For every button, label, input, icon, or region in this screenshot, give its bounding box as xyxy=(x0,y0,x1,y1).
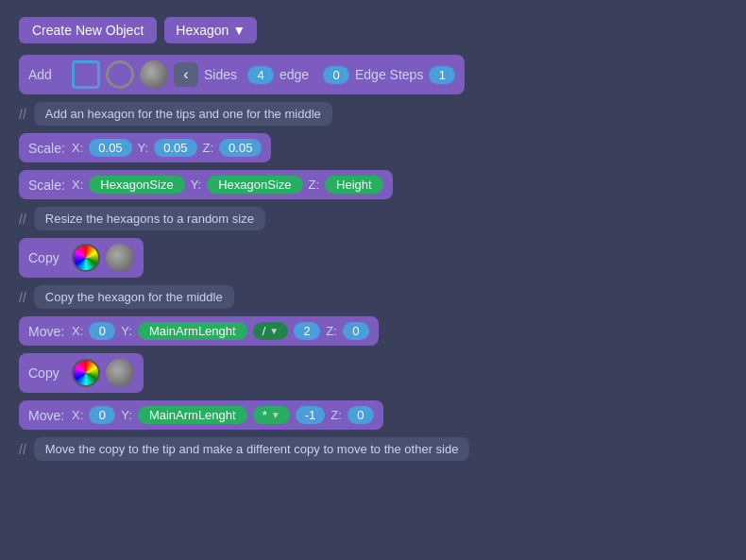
gray-circle-icon-2[interactable] xyxy=(106,359,134,387)
chevron-op-2: ▼ xyxy=(271,410,280,420)
move2-y-var[interactable]: MainArmLenght xyxy=(138,406,247,424)
move1-block: Move: X: 0 Y: MainArmLenght / ▼ 2 Z: 0 xyxy=(19,316,379,346)
comment-marker-4: // xyxy=(19,442,26,457)
edge-label: edge xyxy=(280,67,317,82)
move1-y-label: Y: xyxy=(121,324,132,338)
scale1-x-value[interactable]: 0.05 xyxy=(89,139,131,157)
move2-row: Move: X: 0 Y: MainArmLenght * ▼ -1 Z: 0 xyxy=(19,400,727,430)
move1-label: Move: xyxy=(28,324,66,339)
scale2-label: Scale: xyxy=(28,178,66,193)
move2-block: Move: X: 0 Y: MainArmLenght * ▼ -1 Z: 0 xyxy=(19,400,383,430)
copy1-label: Copy xyxy=(28,250,66,265)
move1-z-value[interactable]: 0 xyxy=(343,322,369,340)
shape-dropdown-button[interactable]: Hexagon ▼ xyxy=(164,17,257,43)
move1-div-op[interactable]: / ▼ xyxy=(253,322,289,340)
prev-shape-button[interactable]: ‹ xyxy=(174,62,198,87)
rainbow-icon-2[interactable] xyxy=(72,359,100,387)
move1-z-label: Z: xyxy=(326,324,337,338)
copy2-label: Copy xyxy=(28,365,66,381)
sphere-shape-icon[interactable] xyxy=(140,60,168,89)
scale1-y-value[interactable]: 0.05 xyxy=(154,139,196,157)
square-shape-icon[interactable] xyxy=(72,60,100,89)
comment-1: // Add an hexagon for the tips and one f… xyxy=(19,102,727,126)
copy1-block: Copy xyxy=(19,238,144,278)
shape-label: Hexagon xyxy=(176,23,229,38)
scale2-x-value[interactable]: HexagonSize xyxy=(89,176,184,194)
move1-div-value[interactable]: 2 xyxy=(294,322,320,340)
scale2-z-label: Z: xyxy=(309,178,320,192)
scale1-y-label: Y: xyxy=(138,141,149,155)
move1-row: Move: X: 0 Y: MainArmLenght / ▼ 2 Z: 0 xyxy=(19,316,727,346)
move2-z-value[interactable]: 0 xyxy=(348,406,374,424)
comment-2: // Resize the hexagons to a random size xyxy=(19,207,727,230)
scale2-block: Scale: X: HexagonSize Y: HexagonSize Z: … xyxy=(19,170,393,199)
circle-shape-icon[interactable] xyxy=(106,60,134,89)
move2-y-label: Y: xyxy=(121,408,132,422)
scale1-x-label: X: xyxy=(72,141,83,155)
copy1-row: Copy xyxy=(19,238,727,278)
copy2-block: Copy xyxy=(19,353,144,393)
comment-bubble-4: Move the copy to the tip and make a diff… xyxy=(34,437,470,461)
move2-x-value[interactable]: 0 xyxy=(89,406,115,424)
scale2-x-label: X: xyxy=(72,178,83,192)
add-label: Add xyxy=(28,67,66,82)
comment-3: // Copy the hexagon for the middle xyxy=(19,285,727,309)
top-bar: Create New Object Hexagon ▼ xyxy=(19,17,727,43)
scale2-z-value[interactable]: Height xyxy=(325,176,383,194)
edge-value[interactable]: 0 xyxy=(323,66,349,84)
move2-z-label: Z: xyxy=(331,408,342,422)
comment-bubble-3: Copy the hexagon for the middle xyxy=(34,285,234,309)
scale1-row: Scale: X: 0.05 Y: 0.05 Z: 0.05 xyxy=(19,133,727,162)
scale2-y-value[interactable]: HexagonSize xyxy=(207,176,302,194)
scale2-row: Scale: X: HexagonSize Y: HexagonSize Z: … xyxy=(19,170,727,199)
scale1-z-value[interactable]: 0.05 xyxy=(219,139,262,157)
comment-bubble-2: Resize the hexagons to a random size xyxy=(34,207,265,230)
chevron-down-icon: ▼ xyxy=(232,23,246,38)
scale1-block: Scale: X: 0.05 Y: 0.05 Z: 0.05 xyxy=(19,133,271,162)
rainbow-icon-1[interactable] xyxy=(72,244,100,272)
scale1-label: Scale: xyxy=(28,141,66,156)
move2-label: Move: xyxy=(28,408,66,423)
move2-mul-value[interactable]: -1 xyxy=(296,406,326,424)
scale1-z-label: Z: xyxy=(203,141,214,155)
move2-x-label: X: xyxy=(72,408,83,422)
scale2-y-label: Y: xyxy=(191,178,202,192)
comment-marker-2: // xyxy=(19,212,26,227)
gray-circle-icon-1[interactable] xyxy=(106,244,134,272)
comment-4: // Move the copy to the tip and make a d… xyxy=(19,437,727,461)
move1-y-var[interactable]: MainArmLenght xyxy=(138,322,247,340)
add-block: Add ‹ Sides 4 edge 0 Edge Steps 1 xyxy=(19,55,465,94)
add-row: Add ‹ Sides 4 edge 0 Edge Steps 1 xyxy=(19,55,727,94)
edge-steps-value[interactable]: 1 xyxy=(429,66,455,84)
sides-label: Sides xyxy=(204,67,242,82)
comment-marker-1: // xyxy=(19,107,26,122)
sides-value[interactable]: 4 xyxy=(247,66,274,84)
comment-bubble-1: Add an hexagon for the tips and one for … xyxy=(34,102,332,126)
chevron-op-1: ▼ xyxy=(269,326,279,336)
move1-x-label: X: xyxy=(72,324,83,338)
edge-steps-label: Edge Steps xyxy=(355,67,423,82)
move1-x-value[interactable]: 0 xyxy=(89,322,115,340)
create-new-object-button[interactable]: Create New Object xyxy=(19,17,157,43)
move2-mul-op[interactable]: * ▼ xyxy=(253,406,290,424)
comment-marker-3: // xyxy=(19,290,26,305)
copy2-row: Copy xyxy=(19,353,727,393)
